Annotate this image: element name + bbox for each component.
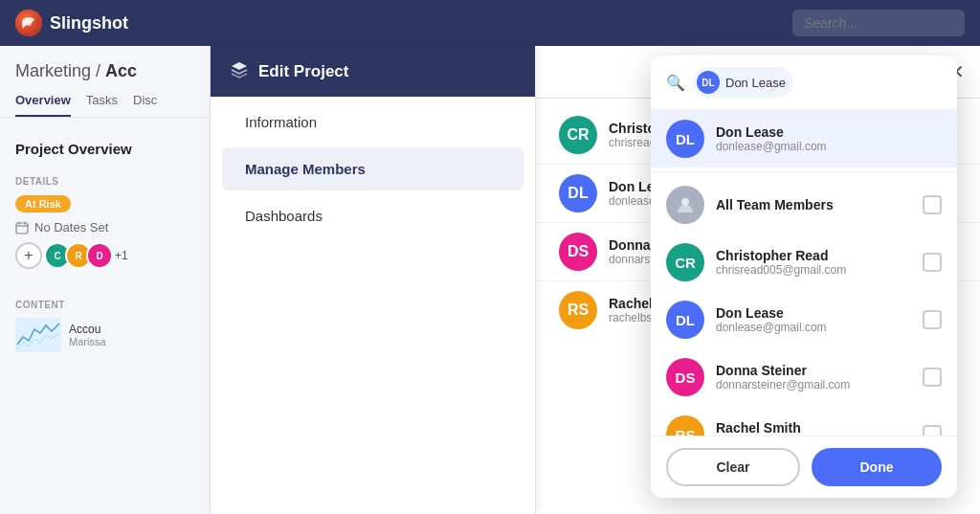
avatar: CR: [559, 116, 597, 154]
member-checkbox[interactable]: [923, 195, 942, 214]
slingshot-logo-icon: [15, 10, 42, 36]
list-item[interactable]: DS Donna Steiner donnarsteiner@gmail.com: [651, 348, 957, 406]
svg-rect-7: [15, 318, 61, 352]
done-button[interactable]: Done: [812, 448, 942, 486]
svg-rect-3: [16, 223, 28, 234]
clear-button[interactable]: Clear: [666, 448, 800, 486]
member-email: donnarsteiner@gmail.com: [716, 378, 911, 391]
calendar-icon: [15, 221, 29, 235]
list-item[interactable]: RS Rachel Smith rachelbsmith657@gmail.co…: [651, 406, 957, 436]
avatar: DL: [559, 174, 597, 212]
member-info: Donna Steiner donnarsteiner@gmail.com: [716, 363, 911, 391]
member-email: chrisread005@gmail.com: [716, 263, 911, 277]
edit-project-panel: Edit Project Information Manage Members …: [211, 46, 536, 514]
chip-name: Don Lease: [725, 76, 786, 90]
search-dropdown: 🔍 DL Don Lease DL Don Lease donlease@gma…: [651, 56, 957, 498]
search-input[interactable]: [805, 75, 942, 91]
member-checkbox[interactable]: [923, 253, 942, 272]
separator: [651, 171, 957, 172]
member-name: Christopher Read: [716, 248, 911, 263]
no-dates: No Dates Set: [15, 220, 194, 235]
member-info: Rachel Smith rachelbsmith657@gmail.com: [716, 420, 911, 436]
member-info: Don Lease donlease@gmail.com: [716, 124, 942, 153]
content-thumbnail: [15, 318, 61, 352]
avatar-3: D: [86, 242, 113, 269]
member-checkbox[interactable]: [923, 425, 942, 436]
selected-chip: DL Don Lease: [693, 67, 793, 98]
content-label: CONTENT: [15, 300, 194, 310]
svg-point-8: [681, 198, 689, 206]
details-section: DETAILS At Risk No Dates Set + C R D +1: [0, 168, 210, 277]
member-checkbox[interactable]: [923, 368, 942, 387]
content-item: Accou Marissa: [15, 318, 194, 352]
plus-count: +1: [115, 249, 128, 262]
content-section: CONTENT Accou Marissa: [0, 292, 210, 360]
member-name: All Team Members: [716, 197, 911, 212]
list-item[interactable]: All Team Members: [651, 176, 957, 234]
member-name: Rachel Smith: [716, 420, 911, 436]
edit-nav-dashboards[interactable]: Dashboards: [222, 194, 523, 237]
search-input-row: 🔍 DL Don Lease: [651, 56, 957, 110]
member-name: Don Lease: [716, 305, 911, 321]
logo-area: Slingshot: [15, 10, 128, 36]
list-item[interactable]: DL Don Lease donlease@gmail.com: [651, 291, 957, 348]
mini-chart-icon: [15, 318, 61, 352]
breadcrumb-current: Acc: [105, 61, 137, 80]
avatar: RS: [666, 415, 704, 436]
edit-project-header: Edit Project: [211, 46, 535, 97]
avatar: DS: [559, 233, 597, 271]
member-info: All Team Members: [716, 197, 911, 212]
tab-disc[interactable]: Disc: [133, 93, 157, 117]
edit-project-title: Edit Project: [258, 62, 348, 81]
status-badge: At Risk: [15, 195, 71, 212]
member-info: Christopher Read chrisread005@gmail.com: [716, 248, 911, 277]
no-dates-label: No Dates Set: [34, 220, 108, 235]
main-content: Edit Project Information Manage Members …: [211, 46, 980, 514]
main-layout: Marketing / Acc Overview Tasks Disc Proj…: [0, 46, 980, 514]
nav-tabs: Overview Tasks Disc: [0, 93, 210, 118]
breadcrumb-separator: /: [96, 61, 105, 80]
edit-nav-manage-members[interactable]: Manage Members: [222, 147, 523, 190]
member-name: Don Lease: [716, 124, 942, 140]
member-info: Don Lease donlease@gmail.com: [716, 305, 911, 334]
avatar: CR: [666, 243, 704, 281]
dropdown-list: DL Don Lease donlease@gmail.com: [651, 110, 957, 436]
list-item[interactable]: CR Christopher Read chrisread005@gmail.c…: [651, 234, 957, 291]
avatar: DL: [666, 301, 704, 339]
topbar-search-input[interactable]: [792, 10, 965, 36]
content-item-title: Accou: [69, 323, 106, 336]
member-email: donlease@gmail.com: [716, 140, 942, 153]
member-checkbox[interactable]: [923, 310, 942, 329]
dropdown-footer: Clear Done: [651, 436, 957, 498]
project-overview-title: Project Overview: [0, 133, 210, 168]
avatar: RS: [559, 291, 597, 329]
content-info: Accou Marissa: [69, 323, 106, 347]
app-name: Slingshot: [50, 13, 128, 34]
avatar: [666, 186, 704, 224]
edit-nav-information[interactable]: Information: [222, 101, 523, 144]
breadcrumb-parent: Marketing: [15, 61, 91, 80]
details-label: DETAILS: [15, 176, 194, 187]
list-item[interactable]: DL Don Lease donlease@gmail.com: [651, 110, 957, 168]
avatar-add-button[interactable]: +: [15, 242, 42, 269]
avatars-row: + C R D +1: [15, 242, 194, 269]
tab-overview[interactable]: Overview: [15, 93, 71, 117]
all-members-icon: [675, 194, 696, 215]
breadcrumb: Marketing / Acc: [0, 61, 210, 93]
content-item-subtitle: Marissa: [69, 336, 106, 347]
svg-point-2: [26, 20, 32, 26]
topbar: Slingshot: [0, 0, 980, 46]
search-icon: 🔍: [666, 74, 685, 92]
member-name: Donna Steiner: [716, 363, 911, 378]
layers-icon: [230, 59, 249, 83]
left-sidebar: Marketing / Acc Overview Tasks Disc Proj…: [0, 46, 211, 514]
avatar: DS: [666, 358, 704, 396]
tab-tasks[interactable]: Tasks: [86, 93, 118, 117]
member-email: donlease@gmail.com: [716, 321, 911, 334]
chip-avatar: DL: [697, 71, 720, 94]
avatar: DL: [666, 120, 704, 158]
